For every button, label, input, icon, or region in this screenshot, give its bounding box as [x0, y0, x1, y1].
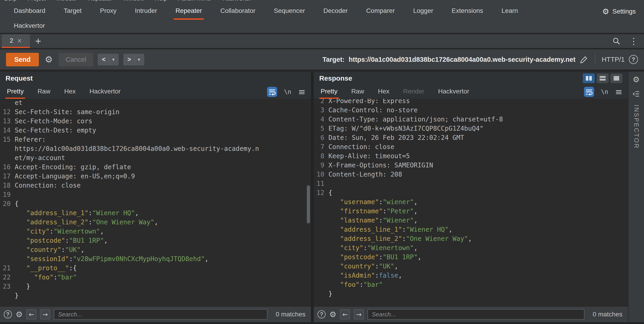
line-number: 21 — [0, 264, 15, 273]
previous-match-button[interactable]: ← — [26, 309, 36, 320]
layout-columns-button[interactable] — [583, 73, 595, 83]
search-settings-gear-icon[interactable]: ⚙ — [329, 310, 336, 319]
tab-decoder[interactable]: Decoder — [322, 3, 350, 20]
code-token: , — [100, 228, 104, 235]
chevron-down-icon[interactable]: ▾ — [138, 57, 140, 62]
tab-proxy[interactable]: Proxy — [98, 3, 118, 20]
code-token: Sec-Fetch-Mode: cors — [15, 117, 92, 125]
tab-repeater[interactable]: Repeater — [174, 3, 204, 20]
inspector-expand-icon[interactable] — [632, 90, 640, 98]
menu-item-intruder[interactable]: Intruder — [56, 0, 77, 2]
line-number: 19 — [0, 190, 15, 199]
tab-intruder[interactable]: Intruder — [133, 3, 159, 20]
editor-menu-icon[interactable]: ≡ — [298, 87, 306, 97]
line-number — [0, 99, 15, 108]
tab-render[interactable]: Render — [402, 85, 426, 99]
search-help-icon[interactable]: ? — [318, 310, 326, 319]
http-version[interactable]: HTTP/1 — [602, 56, 625, 63]
tab-hackvertor[interactable]: Hackvertor — [437, 85, 470, 99]
line-content: { — [328, 188, 332, 197]
word-wrap-icon[interactable] — [584, 87, 594, 97]
show-newlines-icon[interactable]: \n — [601, 88, 608, 95]
search-help-icon[interactable]: ? — [4, 310, 12, 319]
code-token: X-Frame-Options: SAMEORIGIN — [328, 162, 433, 169]
panel-splitter[interactable] — [311, 72, 314, 322]
search-input[interactable] — [368, 309, 584, 320]
code-token: { — [15, 200, 19, 208]
back-button[interactable]: < ▾ — [98, 54, 119, 65]
search-icon[interactable] — [612, 37, 620, 45]
tab-pretty[interactable]: Pretty — [6, 85, 25, 99]
code-token: } — [328, 290, 332, 298]
code-token: : — [364, 244, 367, 252]
menu-item-repeater[interactable]: Repeater — [88, 0, 112, 2]
request-editor[interactable]: et12Sec-Fetch-Site: same-origin13Sec-Fet… — [0, 99, 311, 306]
tab-logger[interactable]: Logger — [411, 3, 435, 20]
layout-rows-button[interactable] — [596, 73, 608, 83]
match-count: 0 matches — [593, 311, 622, 318]
tab-raw[interactable]: Raw — [36, 85, 52, 99]
request-scrollbar[interactable] — [307, 185, 310, 223]
inspector-settings-gear-icon[interactable]: ⚙ — [633, 75, 640, 84]
code-token: "UK" — [379, 262, 394, 270]
code-token: : — [54, 274, 58, 281]
tab-comparer[interactable]: Comparer — [364, 3, 396, 20]
menu-item-project[interactable]: Project — [27, 0, 46, 2]
main-tab-bar: DashboardTargetProxyIntruderRepeaterColl… — [0, 3, 644, 20]
repeater-tab-2[interactable]: 2 × — [2, 34, 30, 48]
show-newlines-icon[interactable]: \n — [284, 88, 291, 95]
request-toolbar: Send ⚙ Cancel < ▾ > ▾ Target: https://0a… — [0, 49, 644, 70]
code-token: "wiener" — [383, 198, 414, 206]
code-token — [328, 207, 340, 215]
forward-button[interactable]: > ▾ — [123, 54, 144, 65]
help-icon[interactable]: ? — [629, 55, 638, 64]
code-token — [15, 274, 34, 281]
search-input[interactable] — [54, 309, 267, 320]
next-match-button[interactable]: → — [354, 309, 364, 320]
search-settings-gear-icon[interactable]: ⚙ — [16, 310, 22, 319]
word-wrap-icon[interactable] — [267, 87, 277, 97]
menu-item-help[interactable]: Help — [155, 0, 167, 2]
tab-sequencer[interactable]: Sequencer — [272, 3, 307, 20]
add-tab-button[interactable]: + — [30, 34, 46, 48]
code-token: ETag: W/"d0-k+vWbsN3AzI7CQP8CCpG1Z4buQ4" — [328, 125, 484, 132]
tab-hex[interactable]: Hex — [376, 85, 391, 99]
tab-collaborator[interactable]: Collaborator — [218, 3, 257, 20]
line-content: Content-Length: 208 — [328, 170, 402, 179]
send-button[interactable]: Send — [6, 53, 39, 66]
layout-single-button[interactable] — [610, 73, 622, 83]
tab-learn[interactable]: Learn — [500, 3, 520, 20]
editor-line: "username":"wiener", — [314, 197, 628, 207]
request-tabs: PrettyRawHexHackvertor — [6, 85, 133, 99]
menu-item-burp[interactable]: Burp — [4, 0, 17, 2]
send-settings-gear-icon[interactable]: ⚙ — [45, 54, 53, 64]
line-content: "foo":"bar" — [15, 273, 77, 282]
cancel-button[interactable]: Cancel — [59, 53, 93, 66]
line-content: Date: Sun, 26 Feb 2023 22:02:24 GMT — [328, 133, 464, 142]
next-match-button[interactable]: → — [40, 309, 50, 320]
line-content: Keep-Alive: timeout=5 — [328, 152, 410, 161]
menu-item-window[interactable]: Window — [123, 0, 144, 2]
tab-raw[interactable]: Raw — [350, 85, 366, 99]
tab-hackvertor[interactable]: Hackvertor — [12, 20, 47, 33]
kebab-menu-icon[interactable]: ⋮ — [629, 36, 638, 46]
editor-menu-icon[interactable]: ≡ — [615, 87, 622, 97]
tab-dashboard[interactable]: Dashboard — [12, 3, 47, 20]
edit-target-icon[interactable] — [580, 55, 588, 64]
settings-button[interactable]: ⚙ Settings — [594, 3, 644, 20]
menu-item-param-miner[interactable]: Param Miner — [178, 0, 212, 2]
editor-line: 10Content-Length: 208 — [314, 170, 628, 179]
editor-line: https://0a1c00ad031d838bc1726ca8004a00a0… — [0, 144, 311, 154]
previous-match-button[interactable]: ← — [340, 309, 350, 320]
tab-extensions[interactable]: Extensions — [450, 3, 485, 20]
line-number: 12 — [0, 108, 15, 117]
tab-pretty[interactable]: Pretty — [319, 85, 339, 99]
tab-hex[interactable]: Hex — [63, 85, 77, 99]
menu-item-hackvertor[interactable]: Hackvertor — [222, 0, 252, 2]
close-tab-icon[interactable]: × — [17, 37, 22, 44]
editor-line: 11 — [314, 179, 628, 188]
tab-target[interactable]: Target — [62, 3, 84, 20]
inspector-label[interactable]: INSPECTOR — [633, 105, 640, 149]
tab-hackvertor[interactable]: Hackvertor — [88, 85, 122, 99]
chevron-down-icon[interactable]: ▾ — [112, 57, 114, 62]
